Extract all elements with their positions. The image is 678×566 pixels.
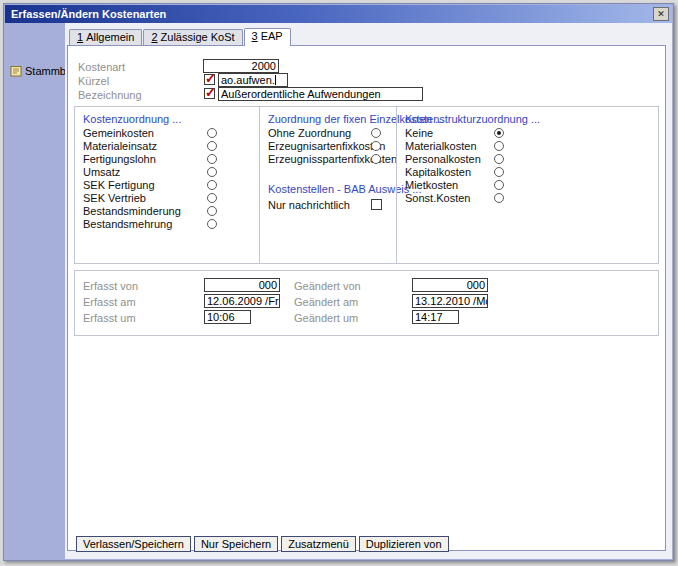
option-label: SEK Fertigung <box>83 179 155 191</box>
geaendert-von-field[interactable]: 000 <box>412 278 488 292</box>
radio-personalkosten[interactable] <box>494 154 504 164</box>
nur-nachrichtlich-checkbox[interactable] <box>371 199 382 210</box>
radio-materialeinsatz[interactable] <box>207 141 217 151</box>
bezeichnung-checkbox[interactable] <box>204 88 215 99</box>
kuerzel-checkbox[interactable] <box>204 74 215 85</box>
option-label: Ohne Zuordnung <box>268 127 351 139</box>
nur-speichern-button[interactable]: Nur Speichern <box>194 536 278 552</box>
kostenstruktur-title: Kostenstrukturzuordnung ... <box>405 113 540 125</box>
radio-gemeinkosten[interactable] <box>207 128 217 138</box>
option-label: Sonst.Kosten <box>405 192 470 204</box>
erfasst-von-field[interactable]: 000 <box>204 278 280 292</box>
tab-eap[interactable]: 3EAP <box>244 28 291 46</box>
option-label: Materialkosten <box>405 140 477 152</box>
classification-groupbox: Kostenzuordnung ... Gemeinkosten Materia… <box>74 106 659 264</box>
bab-checkbox-label: Nur nachrichtlich <box>268 199 350 211</box>
option-label: Fertigungslohn <box>83 153 156 165</box>
text-caret <box>275 75 276 85</box>
radio-umsatz[interactable] <box>207 167 217 177</box>
option-label: Bestandsmehrung <box>83 218 172 230</box>
option-label: SEK Vertrieb <box>83 192 146 204</box>
sidebar: Stammblatt <box>5 23 65 559</box>
option-label: Materialeinsatz <box>83 140 157 152</box>
erfasst-um-field[interactable]: 10:06 <box>204 310 251 324</box>
geaendert-am-field[interactable]: 13.12.2010 /Mo <box>412 294 488 308</box>
erfasst-von-label: Erfasst von <box>83 280 138 292</box>
radio-keine[interactable] <box>494 128 504 138</box>
geaendert-um-label: Geändert um <box>294 312 358 324</box>
screen: Erfassen/Ändern Kostenarten ✕ Stammblatt… <box>0 0 678 566</box>
option-label: Mietkosten <box>405 179 458 191</box>
content-area: 1Allgemein 2Zulässige KoSt 3EAP Kostenar… <box>65 23 672 559</box>
kostenzuordnung-title: Kostenzuordnung ... <box>83 113 181 125</box>
erfasst-um-label: Erfasst um <box>83 312 136 324</box>
duplizieren-von-button[interactable]: Duplizieren von <box>359 536 449 552</box>
app-window: Erfassen/Ändern Kostenarten ✕ Stammblatt… <box>3 3 674 561</box>
close-icon[interactable]: ✕ <box>653 7 669 21</box>
button-row: Verlassen/Speichern Nur Speichern Zusatz… <box>76 536 449 552</box>
option-label: Keine <box>405 127 433 139</box>
kostenart-label: Kostenart <box>78 61 125 73</box>
radio-fertigungslohn[interactable] <box>207 154 217 164</box>
titlebar: Erfassen/Ändern Kostenarten ✕ <box>5 5 672 23</box>
window-title: Erfassen/Ändern Kostenarten <box>11 8 653 20</box>
tab-accelerator: 1 <box>77 31 83 43</box>
erfasst-am-field[interactable]: 12.06.2009 /Fr <box>204 294 280 308</box>
kuerzel-field[interactable]: ao.aufwen. <box>218 73 288 87</box>
sidebar-item-stammblatt[interactable]: Stammblatt <box>10 65 65 77</box>
radio-erzeugnisartenfixkosten[interactable] <box>371 141 381 151</box>
option-label: Bestandsminderung <box>83 205 181 217</box>
kostenstruktur-column: Kostenstrukturzuordnung ... Keine Materi… <box>397 107 660 263</box>
kuerzel-label: Kürzel <box>78 75 109 87</box>
kostenzuordnung-column: Kostenzuordnung ... Gemeinkosten Materia… <box>75 107 259 263</box>
radio-sek-vertrieb[interactable] <box>207 193 217 203</box>
option-label: Erzeugnisartenfixkosten <box>268 140 385 152</box>
bezeichnung-label: Bezeichnung <box>78 89 142 101</box>
radio-bestandsminderung[interactable] <box>207 206 217 216</box>
tab-label: Zulässige KoSt <box>161 31 235 43</box>
tab-zulaessige-kost[interactable]: 2Zulässige KoSt <box>143 29 242 45</box>
zusatzmenu-button[interactable]: Zusatzmenü <box>281 536 356 552</box>
bezeichnung-field[interactable]: Außerordentliche Aufwendungen <box>218 87 423 101</box>
radio-kapitalkosten[interactable] <box>494 167 504 177</box>
geaendert-um-field[interactable]: 14:17 <box>412 310 459 324</box>
option-label: Gemeinkosten <box>83 127 154 139</box>
option-label: Kapitalkosten <box>405 166 471 178</box>
fixe-einzelkosten-column: Zuordnung der fixen Einzelkosten ... Ohn… <box>260 107 396 263</box>
radio-sek-fertigung[interactable] <box>207 180 217 190</box>
radio-mietkosten[interactable] <box>494 180 504 190</box>
option-label: Personalkosten <box>405 153 481 165</box>
radio-erzeugnisspartenfixkosten[interactable] <box>371 154 381 164</box>
erfasst-am-label: Erfasst am <box>83 296 136 308</box>
tab-accelerator: 3 <box>252 30 258 42</box>
audit-box: Erfasst von 000 Geändert von 000 Erfasst… <box>74 270 659 336</box>
radio-bestandsmehrung[interactable] <box>207 219 217 229</box>
tab-accelerator: 2 <box>151 31 157 43</box>
form-panel: Kostenart 2000 Kürzel ao.aufwen. Bezeich… <box>67 45 666 551</box>
radio-materialkosten[interactable] <box>494 141 504 151</box>
radio-sonst-kosten[interactable] <box>494 193 504 203</box>
verlassen-speichern-button[interactable]: Verlassen/Speichern <box>76 536 191 552</box>
tab-label: EAP <box>261 30 283 42</box>
notebook-icon <box>10 65 22 77</box>
tab-bar: 1Allgemein 2Zulässige KoSt 3EAP <box>69 27 292 45</box>
geaendert-am-label: Geändert am <box>294 296 358 308</box>
tab-label: Allgemein <box>86 31 134 43</box>
geaendert-von-label: Geändert von <box>294 280 361 292</box>
radio-ohne-zuordnung[interactable] <box>371 128 381 138</box>
tab-allgemein[interactable]: 1Allgemein <box>69 29 142 45</box>
option-label: Umsatz <box>83 166 120 178</box>
